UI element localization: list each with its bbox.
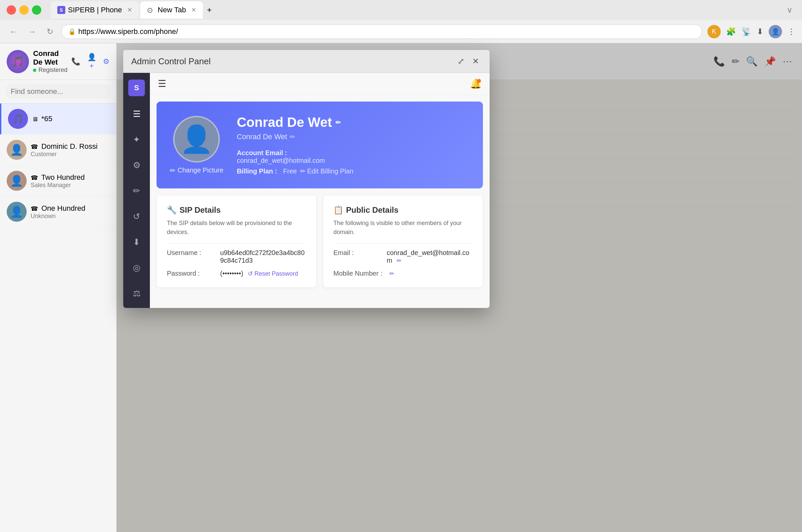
admin-nav-dashboard[interactable]: ✦ (130, 132, 143, 148)
modal-title: Admin Control Panel (131, 56, 210, 66)
new-tab-button[interactable]: + (204, 1, 214, 19)
admin-logo: S (128, 80, 145, 96)
search-input[interactable] (5, 84, 111, 99)
sip-details-description: The SIP details below will be provisione… (167, 219, 306, 237)
browser-window: S SIPERB | Phone ✕ ⊙ New Tab ✕ + ∨ ← → ↻… (0, 0, 802, 532)
profile-username-edit-icon[interactable]: ✏ (290, 133, 295, 141)
public-divider (333, 243, 472, 244)
notification-dot (477, 79, 481, 83)
admin-control-panel-modal: Admin Control Panel ⤢ ✕ S ☰ ✦ ⚙ (123, 50, 490, 308)
sip-password-value: (••••••••) ↺ Reset Password (220, 270, 306, 277)
profile-email-section: Account Email : conrad_de_wet@hotmail.co… (237, 149, 470, 165)
close-traffic-light[interactable] (7, 5, 16, 15)
contact-info-one: ☎ One Hundred Unknown (31, 204, 110, 220)
modal-overlay: Admin Control Panel ⤢ ✕ S ☰ ✦ ⚙ (116, 43, 802, 532)
edit-billing-link[interactable]: ✏ Edit Billing Plan (300, 167, 353, 175)
main-content: ‹ 🎵 🖥 *65 📞 ✏ 🔍 📌 ⋯ and spoke for 3 seco… (116, 43, 802, 532)
public-email-value: conrad_de_wet@hotmail.com ✏ (387, 249, 472, 264)
admin-topbar: ☰ 🔔 (150, 73, 490, 95)
profile-info: Conrad De Wet ✏ Conrad De Wet ✏ Account … (237, 115, 470, 175)
browser-tabs: S SIPERB | Phone ✕ ⊙ New Tab ✕ + (51, 1, 780, 19)
admin-nav-history[interactable]: ↺ (130, 209, 143, 224)
public-mobile-value: ✏ (387, 270, 472, 277)
siperb-favicon: S (57, 6, 65, 14)
contact-subtitle-dominic: Customer (31, 151, 110, 158)
current-user-avatar: 🎵 (7, 50, 29, 73)
sip-details-card: 🔧 SIP Details The SIP details below will… (156, 195, 316, 288)
contact-item-ext65[interactable]: 🎵 🖥 *65 (0, 103, 116, 134)
notification-bell-button[interactable]: 🔔 (470, 78, 482, 89)
admin-nav-menu[interactable]: ☰ (130, 106, 143, 122)
sip-username-row: Username : u9b64ed0fc272f20e3a4bc809c84c… (167, 249, 306, 264)
sip-divider (167, 243, 306, 244)
contact-info-dominic: ☎ Dominic D. Rossi Customer (31, 142, 110, 158)
tab-list-button[interactable]: ∨ (784, 4, 795, 16)
contact-item-two[interactable]: 👤 ☎ Two Hundred Sales Manager (0, 166, 116, 196)
public-details-card: 📋 Public Details The following is visibl… (323, 195, 483, 288)
details-cards-row: 🔧 SIP Details The SIP details below will… (156, 195, 483, 288)
public-email-row: Email : conrad_de_wet@hotmail.com ✏ (333, 249, 472, 264)
pencil-icon: ✏ (170, 167, 175, 174)
browser-toolbar: ← → ↻ 🔒 https://www.siperb.com/phone/ K … (0, 20, 802, 43)
contact-avatar-ext65: 🎵 (8, 109, 28, 129)
settings-icon[interactable]: ⚙ (103, 53, 110, 70)
url-text: https://www.siperb.com/phone/ (78, 27, 178, 36)
traffic-lights (7, 5, 41, 15)
cast-button[interactable]: 📡 (741, 27, 751, 36)
contact-name-two: ☎ Two Hundred (31, 173, 110, 182)
admin-nav-edit[interactable]: ✏ (130, 183, 143, 199)
reset-password-button[interactable]: ↺ Reset Password (248, 270, 298, 277)
refresh-icon: ↺ (248, 270, 253, 277)
tab-newtab-close[interactable]: ✕ (191, 6, 196, 14)
contact-item-dominic[interactable]: 👤 ☎ Dominic D. Rossi Customer (0, 134, 116, 166)
sip-username-label: Username : (167, 249, 220, 257)
contact-item-one[interactable]: 👤 ☎ One Hundred Unknown (0, 196, 116, 227)
minimize-traffic-light[interactable] (19, 5, 29, 15)
add-contact-icon[interactable]: 👤+ (86, 53, 98, 70)
sidebar-header: 🎵 Conrad De Wet Registered 📞 👤+ ⚙ (0, 43, 116, 80)
forward-button[interactable]: → (25, 26, 39, 38)
admin-nav-balance[interactable]: ⚖ (130, 286, 143, 301)
public-email-edit-icon[interactable]: ✏ (397, 257, 402, 264)
current-user-status: Registered (33, 66, 67, 74)
url-bar[interactable]: 🔒 https://www.siperb.com/phone/ (61, 24, 702, 39)
extensions2-button[interactable]: 🧩 (726, 27, 736, 36)
admin-nav-download[interactable]: ⬇ (130, 234, 143, 250)
tab-siperb-label: SIPERB | Phone (68, 6, 122, 14)
app-content: 🎵 Conrad De Wet Registered 📞 👤+ ⚙ (0, 43, 802, 532)
profile-name-edit-icon[interactable]: ✏ (335, 118, 341, 127)
change-picture-button[interactable]: ✏ Change Picture (170, 167, 223, 174)
clipboard-icon: 📋 (333, 205, 343, 215)
tab-siperb[interactable]: S SIPERB | Phone ✕ (51, 1, 139, 19)
edit-billing-icon: ✏ (300, 167, 306, 175)
toolbar-icons: K 🧩 📡 ⬇ 👤 ⋮ (707, 25, 795, 38)
profile-name: Conrad De Wet ✏ (237, 115, 470, 130)
tab-siperb-close[interactable]: ✕ (127, 6, 132, 14)
profile-hero: 👤 ✏ Change Picture Conrad De Wet (156, 101, 483, 188)
admin-nav-settings[interactable]: ⚙ (130, 157, 143, 173)
admin-nav-support[interactable]: ◎ (130, 260, 143, 276)
contacts-sidebar: 🎵 Conrad De Wet Registered 📞 👤+ ⚙ (0, 43, 116, 532)
contact-avatar-dominic: 👤 (7, 140, 27, 160)
tab-newtab[interactable]: ⊙ New Tab ✕ (140, 1, 203, 19)
profile-username: Conrad De Wet ✏ (237, 133, 470, 141)
maximize-traffic-light[interactable] (32, 5, 41, 15)
sip-password-label: Password : (167, 270, 220, 277)
menu-button[interactable]: ⋮ (787, 27, 795, 36)
refresh-button[interactable]: ↻ (44, 26, 56, 38)
mobile-edit-icon[interactable]: ✏ (389, 270, 394, 277)
contact-subtitle-one: Unknown (31, 213, 110, 220)
public-details-description: The following is visible to other member… (333, 219, 472, 237)
extensions-button[interactable]: K (707, 25, 721, 38)
modal-close-button[interactable]: ✕ (470, 55, 482, 67)
modal-expand-button[interactable]: ⤢ (455, 55, 467, 67)
back-button[interactable]: ← (7, 26, 20, 38)
contact-name-ext65: 🖥 *65 (32, 115, 110, 123)
admin-main-content: ☰ 🔔 👤 ✏ (150, 73, 490, 308)
profile-button[interactable]: 👤 (769, 25, 782, 38)
hamburger-button[interactable]: ☰ (158, 78, 166, 89)
download-button[interactable]: ⬇ (757, 27, 763, 36)
newtab-favicon: ⊙ (147, 6, 155, 14)
phone-icon[interactable]: 📞 (71, 53, 80, 70)
wrench-icon: 🔧 (167, 205, 177, 215)
